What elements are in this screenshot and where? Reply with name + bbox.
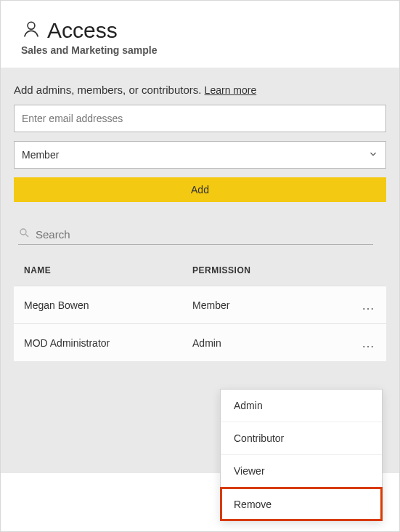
permission-menu: AdminContributorViewerRemove — [220, 389, 383, 521]
search-row — [18, 224, 373, 245]
svg-point-0 — [28, 22, 35, 29]
more-options-icon[interactable]: … — [362, 299, 376, 312]
role-select[interactable]: Member — [14, 141, 386, 169]
col-header-permission: PERMISSION — [192, 265, 353, 275]
add-button[interactable]: Add — [14, 177, 386, 202]
row-permission: Member — [192, 299, 353, 311]
access-table: NAME PERMISSION Megan BowenMember…MOD Ad… — [14, 255, 386, 361]
svg-line-2 — [25, 234, 28, 237]
permission-menu-item[interactable]: Remove — [221, 488, 382, 520]
table-header: NAME PERMISSION — [14, 255, 386, 286]
svg-point-1 — [20, 229, 26, 235]
learn-more-link[interactable]: Learn more — [205, 84, 257, 96]
dialog-subtitle: Sales and Marketing sample — [21, 44, 379, 56]
person-icon — [21, 19, 41, 42]
add-prompt-text: Add admins, members, or contributors. — [14, 84, 201, 96]
row-permission: Admin — [192, 337, 353, 349]
dialog-body: Add admins, members, or contributors. Le… — [1, 68, 399, 473]
table-row: Megan BowenMember… — [14, 286, 386, 323]
search-icon — [18, 227, 30, 241]
more-options-icon[interactable]: … — [362, 336, 376, 350]
row-name: Megan Bowen — [24, 299, 192, 311]
permission-menu-item[interactable]: Viewer — [221, 455, 382, 488]
chevron-down-icon — [368, 149, 378, 161]
col-header-name: NAME — [24, 265, 192, 275]
table-row: MOD AdministratorAdmin… — [14, 323, 386, 361]
email-input[interactable] — [14, 105, 386, 132]
role-select-value: Member — [22, 149, 59, 161]
dialog-header: Access Sales and Marketing sample — [1, 1, 399, 68]
row-name: MOD Administrator — [24, 337, 192, 349]
search-input[interactable] — [36, 228, 373, 241]
dialog-title: Access — [47, 18, 118, 43]
add-prompt: Add admins, members, or contributors. Le… — [14, 84, 386, 96]
permission-menu-item[interactable]: Contributor — [221, 422, 382, 455]
permission-menu-item[interactable]: Admin — [221, 390, 382, 422]
